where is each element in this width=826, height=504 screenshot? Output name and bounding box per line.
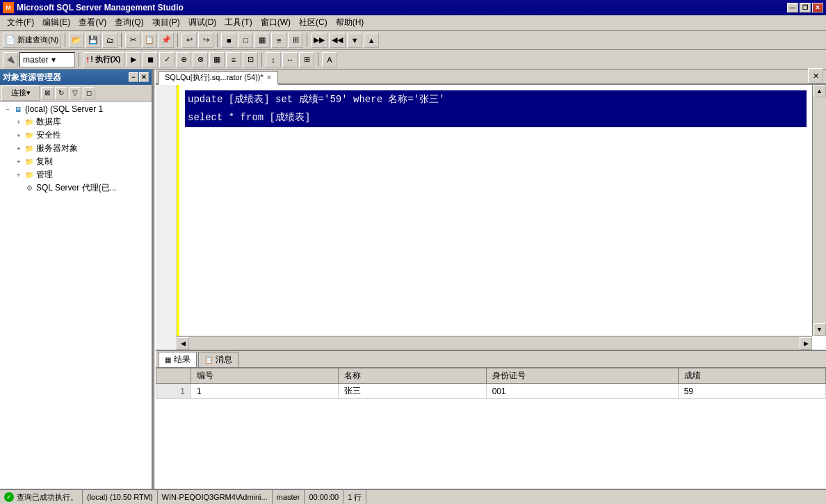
menu-file[interactable]: 文件(F) bbox=[3, 15, 38, 30]
expand-replication-icon[interactable]: + bbox=[14, 157, 24, 167]
parse-button[interactable]: ✓ bbox=[159, 52, 175, 67]
toolbar2-btn7[interactable]: ↔ bbox=[282, 52, 298, 67]
vscroll-up-button[interactable]: ▲ bbox=[813, 85, 826, 97]
open-file-button[interactable]: 📂 bbox=[69, 33, 84, 48]
window-controls: — ❐ ✕ bbox=[787, 3, 823, 13]
undo-button[interactable]: ↩ bbox=[181, 33, 197, 48]
toolbar-separator-4 bbox=[217, 33, 218, 47]
tree-item-databases[interactable]: + 📁 数据库 bbox=[0, 115, 152, 129]
status-time: 00:00:00 bbox=[309, 493, 339, 501]
redo-button[interactable]: ↪ bbox=[198, 33, 213, 48]
button-b[interactable]: □ bbox=[238, 33, 253, 48]
paste-button[interactable]: 📌 bbox=[159, 33, 174, 48]
button-g[interactable]: ◀◀ bbox=[329, 33, 346, 48]
cut-button[interactable]: ✂ bbox=[125, 33, 140, 48]
editor-hscroll: ◀ ▶ bbox=[177, 336, 812, 350]
col-header-rownum bbox=[156, 368, 191, 384]
toolbar2-btn4[interactable]: ≡ bbox=[226, 52, 241, 67]
menu-view[interactable]: 查看(V) bbox=[74, 15, 111, 30]
save-button[interactable]: 💾 bbox=[86, 33, 101, 48]
menu-project[interactable]: 项目(P) bbox=[148, 15, 184, 30]
expand-security-icon[interactable]: + bbox=[14, 131, 24, 140]
toolbar-separator-5 bbox=[307, 33, 307, 47]
hscroll-track[interactable] bbox=[189, 337, 800, 350]
close-button[interactable]: ✕ bbox=[812, 3, 823, 13]
oe-toolbar: 连接▾ ⊠ ↻ ▽ ◻ bbox=[0, 85, 152, 101]
oe-pin-button[interactable]: − bbox=[129, 72, 138, 82]
expand-databases-icon[interactable]: + bbox=[14, 117, 24, 127]
oe-disconnect-button[interactable]: ⊠ bbox=[41, 87, 54, 99]
minimize-button[interactable]: — bbox=[787, 3, 798, 13]
connect-button[interactable]: 🔌 bbox=[3, 52, 18, 67]
restore-button[interactable]: ❐ bbox=[800, 3, 811, 13]
oe-connect-label: 连接▾ bbox=[11, 88, 31, 98]
stop-button[interactable]: ◼ bbox=[143, 52, 158, 67]
toolbar2-btn5[interactable]: ⊡ bbox=[243, 52, 258, 67]
menu-window[interactable]: 窗口(W) bbox=[257, 15, 295, 30]
copy-button[interactable]: 📋 bbox=[142, 33, 157, 48]
tree-item-root[interactable]: − 🖥 (local) (SQL Server 1 bbox=[0, 103, 152, 115]
button-f[interactable]: ▶▶ bbox=[311, 33, 327, 48]
results-tab-label: 结果 bbox=[174, 354, 191, 366]
query-tab-close[interactable]: ✕ bbox=[266, 74, 272, 81]
expand-root-icon[interactable]: − bbox=[3, 104, 13, 114]
results-tab-messages[interactable]: 📋 消息 bbox=[198, 352, 238, 367]
hscroll-right-button[interactable]: ▶ bbox=[800, 337, 812, 350]
expand-server-objects-icon[interactable]: + bbox=[14, 144, 24, 154]
menu-debug[interactable]: 调试(D) bbox=[184, 15, 221, 30]
status-rows: 1 行 bbox=[348, 492, 362, 503]
debug-play-button[interactable]: ▶ bbox=[126, 52, 141, 67]
hscroll-left-button[interactable]: ◀ bbox=[177, 337, 189, 350]
new-query-button[interactable]: 📄 新建查询(N) bbox=[3, 33, 61, 48]
menu-query[interactable]: 查询(Q) bbox=[111, 15, 147, 30]
sql-editor[interactable]: update [成绩表] set 成绩='59' where 名称='张三' s… bbox=[156, 85, 826, 350]
oe-filter-button[interactable]: ▽ bbox=[69, 87, 81, 99]
execute-button[interactable]: ! ! 执行(X) bbox=[83, 52, 124, 67]
toolbar2-btn6[interactable]: ↕ bbox=[266, 52, 281, 67]
menu-community[interactable]: 社区(C) bbox=[295, 15, 332, 30]
col-header-score: 成绩 bbox=[678, 368, 825, 384]
tree-item-sql-agent[interactable]: ⚙ SQL Server 代理(已... bbox=[0, 181, 152, 195]
tree-item-server-objects[interactable]: + 📁 服务器对象 bbox=[0, 142, 152, 155]
replication-label: 复制 bbox=[36, 156, 53, 168]
toolbar2-btn8[interactable]: ⊞ bbox=[299, 52, 314, 67]
oe-tree: − 🖥 (local) (SQL Server 1 + 📁 数据库 + 📁 安全… bbox=[0, 101, 152, 489]
new-query-label: 新建查询(N) bbox=[17, 35, 58, 45]
toolbar2-btn3[interactable]: ▦ bbox=[209, 52, 225, 67]
status-ok-icon: ✓ bbox=[4, 492, 14, 502]
button-a[interactable]: ■ bbox=[221, 33, 236, 48]
button-c[interactable]: ▦ bbox=[254, 33, 270, 48]
menu-help[interactable]: 帮助(H) bbox=[332, 15, 369, 30]
cell-id-1: 1 bbox=[191, 384, 339, 399]
query-tab-1[interactable]: SQLQu[执行].sq...rator (54))* ✕ bbox=[159, 71, 278, 85]
vscroll-down-button[interactable]: ▼ bbox=[813, 323, 826, 336]
button-e[interactable]: ⊞ bbox=[288, 33, 303, 48]
oe-refresh-button[interactable]: ↻ bbox=[55, 87, 67, 99]
menu-edit[interactable]: 编辑(E) bbox=[38, 15, 74, 30]
results-tab-results[interactable]: ▦ 结果 bbox=[159, 352, 197, 367]
tree-item-management[interactable]: + 📁 管理 bbox=[0, 168, 152, 181]
status-message: 查询已成功执行。 bbox=[17, 492, 78, 503]
toolbar1: 📄 新建查询(N) 📂 💾 🗂 ✂ 📋 📌 ↩ ↪ ■ □ ▦ ≡ ⊞ ▶▶ ◀… bbox=[0, 31, 826, 50]
save-all-button[interactable]: 🗂 bbox=[102, 33, 118, 48]
button-i[interactable]: ▲ bbox=[364, 33, 379, 48]
oe-close-button[interactable]: ✕ bbox=[139, 72, 149, 82]
oe-connect-button[interactable]: 连接▾ bbox=[1, 86, 40, 101]
toolbar2-btn1[interactable]: ⊕ bbox=[176, 52, 191, 67]
toolbar2-btn2[interactable]: ⊗ bbox=[193, 52, 208, 67]
button-h[interactable]: ▼ bbox=[347, 33, 362, 48]
tree-item-replication[interactable]: + 📁 复制 bbox=[0, 155, 152, 168]
line-gutter bbox=[156, 85, 177, 350]
status-time-segment: 00:00:00 bbox=[305, 490, 343, 504]
expand-management-icon[interactable]: + bbox=[14, 170, 24, 180]
messages-tab-label: 消息 bbox=[216, 354, 232, 366]
oe-stop-button[interactable]: ◻ bbox=[83, 87, 95, 99]
tree-item-security[interactable]: + 📁 安全性 bbox=[0, 129, 152, 142]
tab-scroll-right[interactable]: ✕ bbox=[808, 68, 823, 83]
button-d[interactable]: ≡ bbox=[271, 33, 286, 48]
cell-idcard-1: 001 bbox=[486, 384, 678, 399]
database-dropdown[interactable]: master ▾ bbox=[19, 52, 75, 67]
messages-tab-icon: 📋 bbox=[204, 356, 213, 364]
toolbar2-btn9[interactable]: A bbox=[322, 52, 337, 67]
menu-tools[interactable]: 工具(T) bbox=[220, 15, 256, 30]
